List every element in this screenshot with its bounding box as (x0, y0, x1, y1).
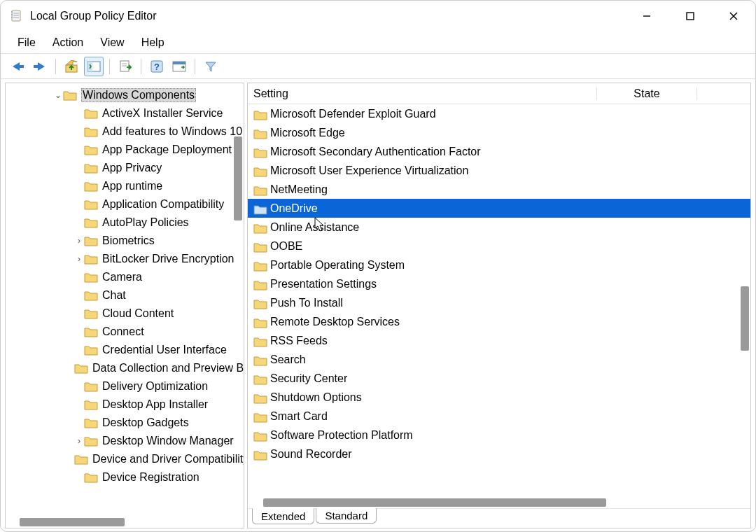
folder-icon (253, 241, 266, 251)
folder-icon (84, 217, 98, 228)
tree-node-label: App runtime (102, 180, 162, 192)
tree-vertical-scrollbar[interactable] (234, 136, 242, 220)
list-item[interactable]: Sound Recorder (248, 444, 750, 463)
list-item-label: NetMeeting (270, 183, 328, 196)
export-list-button[interactable] (115, 57, 135, 76)
maximize-button[interactable] (668, 1, 712, 31)
list-item[interactable]: Security Center (248, 369, 750, 388)
toolbar-separator (109, 59, 110, 74)
list-item[interactable]: Microsoft User Experience Virtualization (248, 161, 750, 180)
list-item[interactable]: Shutdown Options (248, 388, 750, 407)
forward-button[interactable] (30, 57, 50, 76)
list-item[interactable]: OOBE (248, 237, 750, 255)
chevron-right-icon[interactable]: › (74, 436, 84, 446)
tree-node[interactable]: Application Compatibility (6, 195, 244, 214)
list-item-label: Remote Desktop Services (270, 316, 400, 328)
tab-extended[interactable]: Extended (252, 508, 314, 524)
tree-node[interactable]: Device and Driver Compatibility (6, 450, 244, 468)
tree-node[interactable]: Data Collection and Preview Builds (6, 359, 244, 377)
list-item-label: Microsoft Defender Exploit Guard (270, 108, 436, 120)
chevron-down-icon[interactable]: ⌄ (53, 90, 63, 100)
tree-node[interactable]: ›BitLocker Drive Encryption (6, 250, 244, 268)
list-item[interactable]: Microsoft Edge (248, 123, 750, 142)
folder-icon (84, 399, 98, 410)
tree-node[interactable]: Chat (6, 286, 244, 304)
folder-icon (253, 166, 266, 176)
minimize-button[interactable] (625, 1, 668, 31)
folder-icon (253, 204, 266, 214)
tree-horizontal-scrollbar[interactable] (20, 518, 125, 526)
tree-node-windows-components[interactable]: ⌄ Windows Components (6, 86, 244, 104)
list-item[interactable]: OneDrive (248, 199, 750, 218)
folder-icon (253, 128, 266, 138)
tree-node[interactable]: Credential User Interface (6, 341, 244, 359)
tree-node[interactable]: App runtime (6, 177, 244, 195)
tree-node[interactable]: App Privacy (6, 159, 244, 177)
toolbar-separator (55, 59, 56, 74)
tree-node[interactable]: Cloud Content (6, 304, 244, 323)
folder-icon (84, 199, 98, 210)
tree-node[interactable]: Device Registration (6, 468, 244, 486)
menu-view[interactable]: View (92, 34, 132, 52)
tree-scroll[interactable]: ⌄ Windows Components ActiveX Installer S… (6, 83, 244, 528)
tree-node[interactable]: Desktop App Installer (6, 396, 244, 414)
folder-icon (84, 126, 98, 137)
tree-node[interactable]: ActiveX Installer Service (6, 104, 244, 122)
folder-icon (84, 417, 98, 428)
tree-node[interactable]: App Package Deployment (6, 141, 244, 159)
list-item[interactable]: Microsoft Secondary Authentication Facto… (248, 142, 750, 161)
list-item[interactable]: Portable Operating System (248, 255, 750, 274)
tree-node[interactable]: ›Desktop Window Manager (6, 432, 244, 450)
column-setting[interactable]: Setting (253, 88, 596, 100)
list-item[interactable]: NetMeeting (248, 180, 750, 199)
tree-node[interactable]: Desktop Gadgets (6, 414, 244, 432)
close-button[interactable] (712, 1, 755, 31)
tree-node[interactable]: ›Biometrics (6, 232, 244, 250)
list-item[interactable]: Online Assistance (248, 218, 750, 237)
list-item[interactable]: Software Protection Platform (248, 426, 750, 444)
list-item-label: Push To Install (270, 297, 343, 309)
back-button[interactable] (8, 57, 27, 76)
menu-file[interactable]: File (9, 34, 44, 52)
svg-rect-11 (18, 65, 24, 68)
list-vertical-scrollbar[interactable] (741, 286, 749, 351)
tree-node-label: ActiveX Installer Service (102, 107, 223, 120)
folder-icon (253, 260, 266, 270)
column-state[interactable]: State (596, 88, 697, 100)
list-item[interactable]: Remote Desktop Services (248, 312, 750, 331)
chevron-right-icon[interactable]: › (74, 236, 84, 246)
filter-button[interactable] (201, 57, 220, 76)
tree-node[interactable]: Delivery Optimization (6, 377, 244, 396)
app-window: Local Group Policy Editor File Action Vi… (0, 0, 756, 532)
tree-node[interactable]: AutoPlay Policies (6, 214, 244, 232)
list-horizontal-scrollbar[interactable] (263, 498, 606, 507)
menu-help[interactable]: Help (133, 34, 173, 52)
chevron-right-icon[interactable]: › (74, 254, 84, 264)
tree-node[interactable]: Connect (6, 323, 244, 341)
detail-tabs: Extended Standard (248, 508, 750, 528)
list-item-label: Sound Recorder (270, 448, 352, 461)
app-icon (9, 9, 23, 23)
tree-node[interactable]: Add features to Windows 10 (6, 122, 244, 141)
tab-standard[interactable]: Standard (316, 508, 377, 524)
list-item[interactable]: RSS Feeds (248, 331, 750, 350)
list-item[interactable]: Microsoft Defender Exploit Guard (248, 104, 750, 123)
toolbar-separator (195, 59, 195, 74)
up-button[interactable] (62, 57, 81, 76)
list-item-label: OOBE (270, 240, 302, 253)
list-item-label: Software Protection Platform (270, 429, 413, 442)
properties-button[interactable] (169, 57, 189, 76)
toolbar-separator (141, 59, 141, 74)
list-item[interactable]: Presentation Settings (248, 274, 750, 293)
folder-icon (253, 374, 266, 384)
list-inner[interactable]: Microsoft Defender Exploit GuardMicrosof… (248, 104, 750, 508)
list-item[interactable]: Push To Install (248, 293, 750, 312)
list-item[interactable]: Smart Card (248, 407, 750, 426)
folder-icon (253, 223, 266, 232)
list-item[interactable]: Search (248, 350, 750, 369)
menu-action[interactable]: Action (44, 34, 92, 52)
show-hide-tree-button[interactable] (84, 57, 104, 76)
tree-node[interactable]: Camera (6, 268, 244, 286)
folder-icon (253, 355, 266, 365)
help-button[interactable]: ? (147, 57, 167, 76)
